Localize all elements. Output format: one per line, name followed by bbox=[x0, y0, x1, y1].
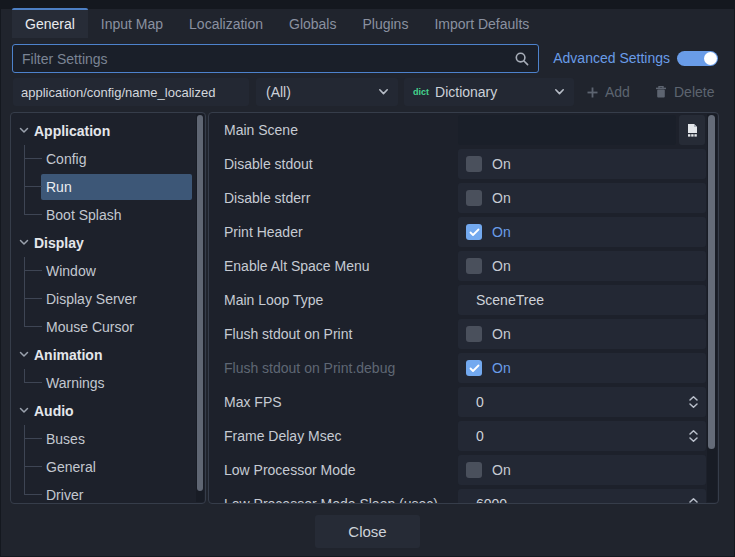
checkbox-unchecked[interactable] bbox=[466, 326, 482, 342]
spinner-updown-icon[interactable] bbox=[688, 497, 699, 504]
search-icon bbox=[514, 51, 530, 67]
tree-item-display-server[interactable]: Display Server bbox=[11, 285, 205, 313]
tab-localization-label: Localization bbox=[189, 16, 263, 32]
spinner-updown-icon[interactable] bbox=[688, 395, 699, 409]
checkbox-cell[interactable]: On bbox=[458, 217, 706, 247]
tree-section-audio[interactable]: Audio bbox=[11, 397, 205, 425]
checkbox-cell[interactable]: On bbox=[458, 183, 706, 213]
number-value-cell[interactable]: 6000 bbox=[458, 489, 706, 504]
type-dropdown-value: Dictionary bbox=[435, 84, 497, 100]
tree-label: Boot Splash bbox=[46, 201, 122, 229]
property-label: Flush stdout on Print bbox=[224, 317, 352, 351]
settings-property-list: Main Scene Disable stdout On Disable std… bbox=[208, 112, 719, 504]
check-icon bbox=[469, 364, 480, 373]
tree-item-boot-splash[interactable]: Boot Splash bbox=[11, 201, 205, 229]
tab-plugins-label: Plugins bbox=[362, 16, 408, 32]
checkbox-unchecked[interactable] bbox=[466, 156, 482, 172]
checkbox-cell[interactable]: On bbox=[458, 455, 706, 485]
dictionary-type-icon: dict bbox=[413, 87, 429, 97]
checkbox-cell[interactable]: On bbox=[458, 149, 706, 179]
checkbox-state-label: On bbox=[492, 224, 511, 240]
add-button[interactable]: Add bbox=[586, 78, 630, 106]
tree-item-run[interactable]: Run bbox=[11, 173, 205, 201]
tree-connector bbox=[24, 453, 42, 467]
tab-general[interactable]: General bbox=[12, 8, 88, 38]
plus-icon bbox=[586, 86, 599, 99]
settings-scrollbar-thumb[interactable] bbox=[708, 115, 715, 449]
checkbox-state-label: On bbox=[492, 360, 511, 376]
tree-label: Driver bbox=[46, 481, 83, 504]
checkbox-checked[interactable] bbox=[466, 224, 482, 240]
tree-item-window[interactable]: Window bbox=[11, 257, 205, 285]
tab-import-defaults-label: Import Defaults bbox=[434, 16, 529, 32]
property-label: Low Processor Mode bbox=[224, 453, 356, 487]
filter-settings-box bbox=[12, 44, 539, 73]
property-label: Max FPS bbox=[224, 385, 282, 419]
property-row-low-processor-mode-sleep: Low Processor Mode Sleep (usec) 6000 bbox=[209, 487, 718, 504]
tab-plugins[interactable]: Plugins bbox=[349, 11, 421, 38]
property-row-flush-stdout-on-print: Flush stdout on Print On bbox=[209, 317, 718, 351]
number-value-cell[interactable]: 0 bbox=[458, 421, 706, 451]
property-row-max-fps: Max FPS 0 bbox=[209, 385, 718, 419]
chevron-down-icon bbox=[378, 88, 389, 96]
delete-button-label: Delete bbox=[674, 84, 714, 100]
checkbox-state-label: On bbox=[492, 156, 511, 172]
checkbox-cell[interactable]: On bbox=[458, 251, 706, 281]
property-row-enable-alt-space-menu: Enable Alt Space Menu On bbox=[209, 249, 718, 283]
spinner-updown-icon[interactable] bbox=[688, 429, 699, 443]
checkbox-cell[interactable]: On bbox=[458, 353, 706, 383]
tree-item-buses[interactable]: Buses bbox=[11, 425, 205, 453]
tree-item-general[interactable]: General bbox=[11, 453, 205, 481]
tree-connector bbox=[24, 313, 42, 327]
text-value: SceneTree bbox=[476, 292, 544, 308]
tree-item-warnings[interactable]: Warnings bbox=[11, 369, 205, 397]
tree-section-application[interactable]: Application bbox=[11, 117, 205, 145]
tree-connector bbox=[24, 257, 42, 271]
filter-settings-input[interactable] bbox=[13, 45, 538, 72]
property-label: Low Processor Mode Sleep (usec) bbox=[224, 487, 438, 504]
tree-label: Audio bbox=[34, 397, 74, 425]
tab-globals[interactable]: Globals bbox=[276, 11, 349, 38]
tree-connector bbox=[24, 481, 42, 495]
tree-label: Warnings bbox=[46, 369, 105, 397]
settings-section-tree: Application Config Run Boot Splash Displ… bbox=[10, 112, 206, 504]
pick-file-button[interactable] bbox=[679, 115, 705, 145]
tree-section-display[interactable]: Display bbox=[11, 229, 205, 257]
tab-input-map[interactable]: Input Map bbox=[88, 11, 176, 38]
property-path-input[interactable] bbox=[13, 78, 249, 106]
advanced-settings-toggle[interactable] bbox=[677, 51, 718, 66]
tree-label: Display bbox=[34, 229, 84, 257]
checkbox-state-label: On bbox=[492, 258, 511, 274]
checkbox-checked[interactable] bbox=[466, 360, 482, 376]
checkbox-unchecked[interactable] bbox=[466, 258, 482, 274]
checkbox-unchecked[interactable] bbox=[466, 190, 482, 206]
property-row-disable-stderr: Disable stderr On bbox=[209, 181, 718, 215]
property-label: Frame Delay Msec bbox=[224, 419, 341, 453]
tab-import-defaults[interactable]: Import Defaults bbox=[421, 11, 542, 38]
feature-filter-dropdown[interactable]: (All) bbox=[256, 78, 398, 106]
number-value-cell[interactable]: 0 bbox=[458, 387, 706, 417]
tab-localization[interactable]: Localization bbox=[176, 11, 276, 38]
delete-button[interactable]: Delete bbox=[654, 78, 714, 106]
tab-input-map-label: Input Map bbox=[101, 16, 163, 32]
chevron-down-icon bbox=[19, 350, 29, 359]
tree-item-config[interactable]: Config bbox=[11, 145, 205, 173]
chevron-down-icon bbox=[19, 126, 29, 135]
tree-scrollbar-thumb[interactable] bbox=[197, 115, 203, 491]
text-value-cell[interactable]: SceneTree bbox=[458, 285, 706, 315]
checkbox-cell[interactable]: On bbox=[458, 319, 706, 349]
add-button-label: Add bbox=[605, 84, 630, 100]
property-row-main-scene: Main Scene bbox=[209, 113, 718, 147]
close-button[interactable]: Close bbox=[315, 515, 420, 548]
trash-icon bbox=[654, 85, 668, 99]
tree-item-driver[interactable]: Driver bbox=[11, 481, 205, 504]
tree-section-animation[interactable]: Animation bbox=[11, 341, 205, 369]
property-row-print-header: Print Header On bbox=[209, 215, 718, 249]
property-label: Enable Alt Space Menu bbox=[224, 249, 370, 283]
tree-connector bbox=[24, 425, 42, 439]
type-dropdown[interactable]: dict Dictionary bbox=[404, 78, 574, 106]
tree-label: General bbox=[46, 453, 96, 481]
main-scene-input[interactable] bbox=[458, 115, 676, 145]
checkbox-unchecked[interactable] bbox=[466, 462, 482, 478]
tree-item-mouse-cursor[interactable]: Mouse Cursor bbox=[11, 313, 205, 341]
